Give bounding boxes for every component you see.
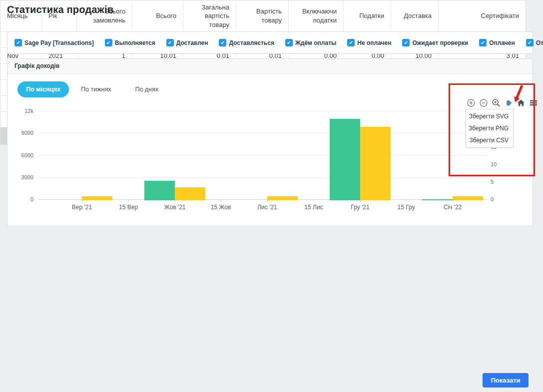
bar-green <box>144 181 175 200</box>
y-axis-tick-label: 12k <box>10 108 33 114</box>
show-button[interactable]: Показати <box>483 373 529 388</box>
gridline <box>38 111 487 111</box>
bar-yellow <box>360 127 391 200</box>
bar-green <box>330 119 360 200</box>
status-filter-5[interactable]: ✔Не оплачен <box>347 39 391 46</box>
chart-plot-area[interactable] <box>38 106 487 199</box>
x-axis-tick-label: 15 Лис <box>295 204 332 211</box>
revenue-chart-card: Графік доходів По місяцяхПо тижняхПо дня… <box>7 58 533 226</box>
export-menu-item-svg[interactable]: Зберегти SVG <box>466 111 513 122</box>
table-header-cell: Вартість товару <box>236 0 289 31</box>
x-axis-tick-label: 15 Вер <box>110 204 147 211</box>
menu-hamburger-icon[interactable] <box>529 98 538 107</box>
chart-toolbar <box>467 98 538 107</box>
gridline <box>38 155 487 156</box>
status-filter-label: Не оплачен <box>357 39 391 46</box>
bar-yellow <box>453 196 483 200</box>
x-axis-tick-label: 15 Гру <box>388 204 425 211</box>
y2-axis-tick-label: 5 <box>491 179 494 185</box>
dashboard-page: Статистика продажів ✔Sage Pay [Transacti… <box>0 0 543 392</box>
bar-yellow <box>82 196 112 200</box>
checkbox-checked-icon[interactable]: ✔ <box>14 39 22 46</box>
table-header-cell: Всього <box>132 0 183 31</box>
box-zoom-icon[interactable] <box>492 98 501 107</box>
table-header-cell: Включаючи податки <box>289 0 344 31</box>
pan-hand-icon[interactable] <box>504 98 513 107</box>
status-filter-label: Ждём оплаты <box>295 39 336 46</box>
table-header-cell: Сертифікати <box>439 0 526 31</box>
checkbox-checked-icon[interactable]: ✔ <box>402 39 410 46</box>
bar-yellow <box>267 196 298 200</box>
x-axis-tick-label: Гру '21 <box>342 204 379 211</box>
gridline <box>38 177 487 178</box>
status-filter-1[interactable]: ✔Выполняется <box>105 39 155 46</box>
bar-green <box>422 199 453 200</box>
checkbox-checked-icon[interactable]: ✔ <box>285 39 293 46</box>
zoom-out-icon[interactable] <box>479 98 488 107</box>
export-menu-item-csv[interactable]: Зберегти CSV <box>466 135 513 146</box>
status-filter-label: Выполняется <box>115 39 155 46</box>
checkbox-checked-icon[interactable]: ✔ <box>219 39 226 46</box>
x-axis-tick-label: Жов '21 <box>156 204 193 211</box>
status-filter-label: Ожидает проверки <box>412 39 468 46</box>
status-filter-8[interactable]: ✔Отменён <box>526 39 543 46</box>
status-filter-label: Доставляється <box>229 39 274 46</box>
page-title: Статистика продажів <box>7 4 113 15</box>
status-filter-4[interactable]: ✔Ждём оплаты <box>285 39 336 46</box>
status-filter-0[interactable]: ✔Sage Pay [Transactions] <box>14 39 94 46</box>
status-filters-bar: ✔Sage Pay [Transactions]✔Выполняется✔Дос… <box>7 31 533 54</box>
y-axis-tick-label: 3000 <box>10 174 33 180</box>
x-axis-tick-label: Січ '22 <box>434 204 471 211</box>
table-header-cell: Доставка <box>391 0 439 31</box>
bar-yellow <box>175 187 205 200</box>
checkbox-checked-icon[interactable]: ✔ <box>105 39 112 46</box>
checkbox-checked-icon[interactable]: ✔ <box>347 39 355 46</box>
status-filter-6[interactable]: ✔Ожидает проверки <box>402 39 468 46</box>
status-filter-label: Отменён <box>536 39 543 46</box>
status-filter-3[interactable]: ✔Доставляється <box>219 39 274 46</box>
table-header-cell: Загальна вартість товару <box>183 0 236 31</box>
status-filter-7[interactable]: ✔Оплачен <box>479 39 515 46</box>
x-axis-tick-label: 15 Жов <box>202 204 239 211</box>
home-icon[interactable] <box>517 98 526 107</box>
export-menu-item-png[interactable]: Зберегти PNG <box>466 123 513 134</box>
y-axis-tick-label: 9000 <box>10 130 33 136</box>
zoom-in-icon[interactable] <box>467 98 476 107</box>
gridline <box>38 133 487 133</box>
checkbox-checked-icon[interactable]: ✔ <box>166 39 174 46</box>
x-axis-tick-label: Лис '21 <box>249 204 286 211</box>
x-axis-tick-mark <box>406 200 407 202</box>
status-filter-label: Оплачен <box>489 39 515 46</box>
chart-plot-layer: 12k9000600030000151050Вер '2115 ВерЖов '… <box>7 59 533 226</box>
x-axis-tick-mark <box>221 200 221 202</box>
x-axis-tick-mark <box>128 200 129 202</box>
checkbox-checked-icon[interactable]: ✔ <box>526 39 534 46</box>
status-filter-label: Доставлен <box>176 39 208 46</box>
y-axis-tick-label: 6000 <box>10 152 33 158</box>
x-axis-tick-mark <box>314 200 314 202</box>
x-axis-tick-label: Вер '21 <box>63 204 100 211</box>
checkbox-checked-icon[interactable]: ✔ <box>479 39 487 46</box>
y2-axis-tick-label: 10 <box>491 161 497 167</box>
y-axis-tick-label: 0 <box>10 196 33 202</box>
status-filter-2[interactable]: ✔Доставлен <box>166 39 208 46</box>
table-header-cell: Податки <box>344 0 391 31</box>
y2-axis-tick-label: 0 <box>491 196 494 202</box>
export-dropdown-menu: Зберегти SVGЗберегти PNGЗберегти CSV <box>466 109 514 148</box>
status-filter-label: Sage Pay [Transactions] <box>24 39 94 46</box>
